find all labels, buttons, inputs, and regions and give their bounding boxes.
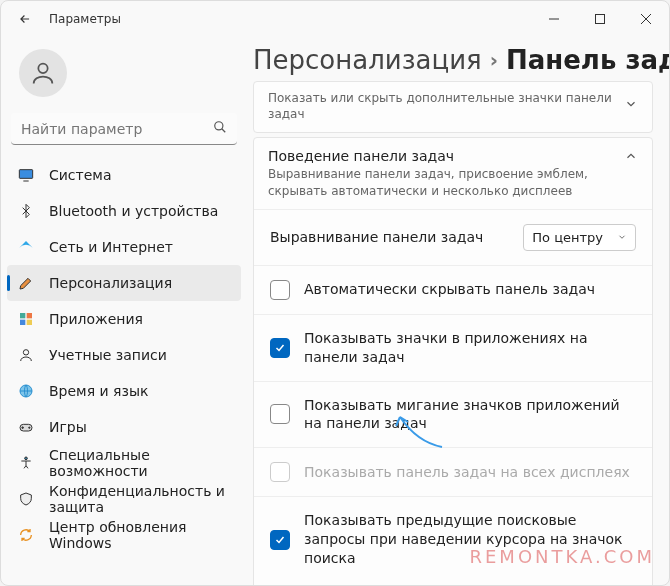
- breadcrumb-root[interactable]: Персонализация: [253, 45, 482, 75]
- svg-point-20: [25, 457, 28, 460]
- svg-point-17: [29, 427, 30, 428]
- autohide-row[interactable]: Автоматически скрывать панель задач: [254, 265, 652, 314]
- nav-label: Конфиденциальность и защита: [49, 483, 231, 515]
- main-content: Персонализация › Панель задач Показать и…: [247, 37, 669, 585]
- section-title: Поведение панели задач: [268, 148, 614, 164]
- breadcrumb: Персонализация › Панель задач: [253, 45, 653, 75]
- searchhistory-label: Показывать предыдущие поисковые запросы …: [304, 511, 636, 568]
- nav-accessibility[interactable]: Специальные возможности: [7, 445, 241, 481]
- alignment-label: Выравнивание панели задач: [270, 228, 523, 247]
- section-subtitle: Показать или скрыть дополнительные значк…: [268, 90, 614, 122]
- flash-checkbox[interactable]: [270, 404, 290, 424]
- nav-personalization[interactable]: Персонализация: [7, 265, 241, 301]
- chevron-up-icon: [614, 148, 638, 167]
- nav-label: Время и язык: [49, 383, 148, 399]
- nav-time[interactable]: Время и язык: [7, 373, 241, 409]
- nav-label: Центр обновления Windows: [49, 519, 231, 551]
- nav-accounts[interactable]: Учетные записи: [7, 337, 241, 373]
- window-title: Параметры: [49, 12, 121, 26]
- nav-label: Учетные записи: [49, 347, 167, 363]
- nav-label: Приложения: [49, 311, 143, 327]
- search-box[interactable]: [11, 113, 237, 145]
- nav-update[interactable]: Центр обновления Windows: [7, 517, 241, 553]
- wifi-icon: [17, 238, 35, 256]
- accessibility-icon: [17, 454, 35, 472]
- nav-apps[interactable]: Приложения: [7, 301, 241, 337]
- globe-icon: [17, 382, 35, 400]
- svg-rect-11: [27, 313, 32, 318]
- nav-label: Система: [49, 167, 111, 183]
- autohide-label: Автоматически скрывать панель задач: [304, 280, 636, 299]
- svg-point-14: [23, 350, 28, 355]
- badges-label: Показывать значки в приложениях на панел…: [304, 329, 636, 367]
- badges-row[interactable]: Показывать значки в приложениях на панел…: [254, 314, 652, 381]
- nav-privacy[interactable]: Конфиденциальность и защита: [7, 481, 241, 517]
- brush-icon: [17, 274, 35, 292]
- searchhistory-row[interactable]: Показывать предыдущие поисковые запросы …: [254, 496, 652, 582]
- chevron-right-icon: ›: [490, 48, 498, 72]
- nav-label: Bluetooth и устройства: [49, 203, 218, 219]
- alldisplays-label: Показывать панель задач на всех дисплеях: [304, 463, 636, 482]
- gamepad-icon: [17, 418, 35, 436]
- behavior-section: Поведение панели задач Выравнивание пане…: [253, 137, 653, 585]
- svg-rect-10: [20, 313, 25, 318]
- section-subtitle: Выравнивание панели задач, присвоение эм…: [268, 166, 614, 198]
- alignment-row: Выравнивание панели задач По центру: [254, 209, 652, 265]
- collapsed-section[interactable]: Показать или скрыть дополнительные значк…: [253, 81, 653, 133]
- chevron-down-icon: [614, 96, 638, 115]
- chevron-down-icon: [617, 230, 627, 245]
- nav-system[interactable]: Система: [7, 157, 241, 193]
- back-button[interactable]: [15, 9, 35, 29]
- monitor-icon: [17, 166, 35, 184]
- badges-checkbox[interactable]: [270, 338, 290, 358]
- flash-label: Показывать мигание значков приложений на…: [304, 396, 636, 434]
- nav-bluetooth[interactable]: Bluetooth и устройства: [7, 193, 241, 229]
- svg-rect-13: [27, 320, 32, 325]
- update-icon: [17, 526, 35, 544]
- nav-label: Сеть и Интернет: [49, 239, 173, 255]
- nav-gaming[interactable]: Игры: [7, 409, 241, 445]
- autohide-checkbox[interactable]: [270, 280, 290, 300]
- user-icon: [17, 346, 35, 364]
- svg-line-6: [222, 129, 226, 133]
- apps-icon: [17, 310, 35, 328]
- maximize-button[interactable]: [577, 1, 623, 37]
- nav-label: Специальные возможности: [49, 447, 231, 479]
- nav-network[interactable]: Сеть и Интернет: [7, 229, 241, 265]
- sidebar: Система Bluetooth и устройства Сеть и Ин…: [1, 37, 247, 585]
- nav-label: Игры: [49, 419, 87, 435]
- searchhistory-checkbox[interactable]: [270, 530, 290, 550]
- alldisplays-checkbox: [270, 462, 290, 482]
- multidisplay-hint: При использовании нескольких дисплеев от…: [254, 582, 652, 585]
- alldisplays-row: Показывать панель задач на всех дисплеях: [254, 447, 652, 496]
- svg-point-5: [215, 122, 223, 130]
- avatar[interactable]: [19, 49, 67, 97]
- svg-rect-1: [596, 15, 605, 24]
- minimize-button[interactable]: [531, 1, 577, 37]
- breadcrumb-current: Панель задач: [506, 45, 669, 75]
- search-input[interactable]: [21, 121, 213, 137]
- close-button[interactable]: [623, 1, 669, 37]
- svg-rect-7: [19, 170, 32, 179]
- titlebar: Параметры: [1, 1, 669, 37]
- alignment-dropdown[interactable]: По центру: [523, 224, 636, 251]
- search-icon: [213, 119, 227, 138]
- bluetooth-icon: [17, 202, 35, 220]
- svg-rect-12: [20, 320, 25, 325]
- svg-point-4: [38, 64, 47, 73]
- shield-icon: [17, 490, 35, 508]
- nav-label: Персонализация: [49, 275, 172, 291]
- section-header[interactable]: Поведение панели задач Выравнивание пане…: [254, 138, 652, 208]
- dropdown-value: По центру: [532, 230, 603, 245]
- flash-row[interactable]: Показывать мигание значков приложений на…: [254, 381, 652, 448]
